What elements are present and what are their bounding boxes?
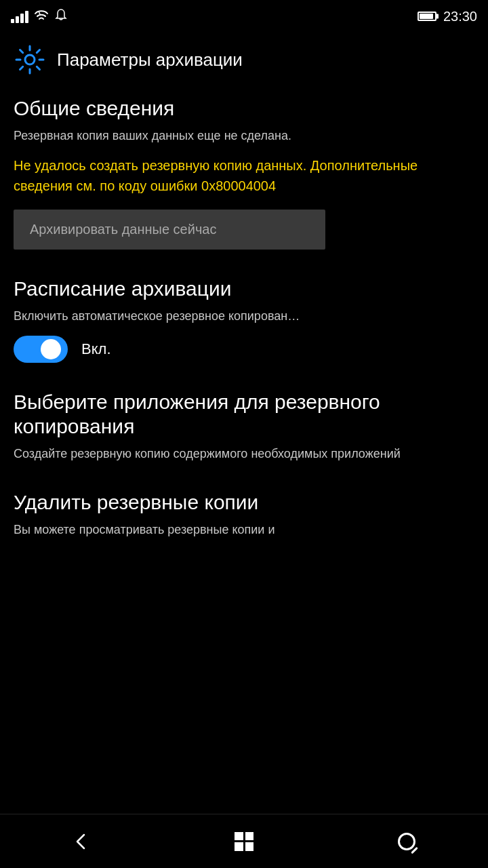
back-button[interactable]	[54, 821, 108, 862]
back-arrow-icon	[70, 831, 92, 852]
schedule-title: Расписание архивации	[14, 277, 474, 301]
auto-backup-toggle-row: Вкл.	[14, 336, 474, 363]
auto-backup-toggle[interactable]	[14, 336, 68, 363]
windows-logo-icon	[235, 832, 253, 851]
general-subtitle: Резервная копия ваших данных еще не сдел…	[14, 127, 474, 144]
search-icon	[398, 833, 415, 850]
wifi-icon	[34, 9, 49, 24]
general-title: Общие сведения	[14, 96, 474, 121]
svg-point-1	[25, 55, 35, 64]
apps-subtitle: Создайте резервную копию содержимого нео…	[14, 446, 474, 462]
delete-title: Удалить резервные копии	[14, 490, 474, 515]
schedule-section: Расписание архивации Включить автоматиче…	[14, 277, 474, 363]
page-header: Параметры архивации	[0, 33, 488, 90]
main-content: Общие сведения Резервная копия ваших дан…	[0, 90, 488, 633]
backup-now-button[interactable]: Архивировать данные сейчас	[14, 210, 325, 250]
toggle-on-label: Вкл.	[81, 340, 111, 358]
status-left	[11, 8, 68, 25]
page-title: Параметры архивации	[57, 50, 243, 71]
clock: 23:30	[443, 9, 477, 24]
bottom-navigation	[0, 814, 488, 868]
status-bar: 23:30	[0, 0, 488, 33]
schedule-subtitle: Включить автоматическое резервное копиро…	[14, 308, 474, 325]
apps-section[interactable]: Выберите приложения для резервного копир…	[14, 390, 474, 462]
error-message: Не удалось создать резервную копию данны…	[14, 155, 474, 196]
gear-icon	[14, 43, 46, 76]
signal-bars-icon	[11, 9, 28, 23]
delete-subtitle: Вы можете просматривать резервные копии …	[14, 521, 474, 538]
battery-icon	[418, 12, 436, 21]
status-right: 23:30	[418, 9, 477, 24]
notification-bell-icon	[54, 8, 68, 25]
home-button[interactable]	[217, 821, 271, 862]
svg-line-0	[39, 12, 40, 14]
search-button[interactable]	[380, 821, 434, 862]
delete-section[interactable]: Удалить резервные копии Вы можете просма…	[14, 490, 474, 538]
apps-title: Выберите приложения для резервного копир…	[14, 390, 474, 439]
general-section: Общие сведения Резервная копия ваших дан…	[14, 96, 474, 250]
